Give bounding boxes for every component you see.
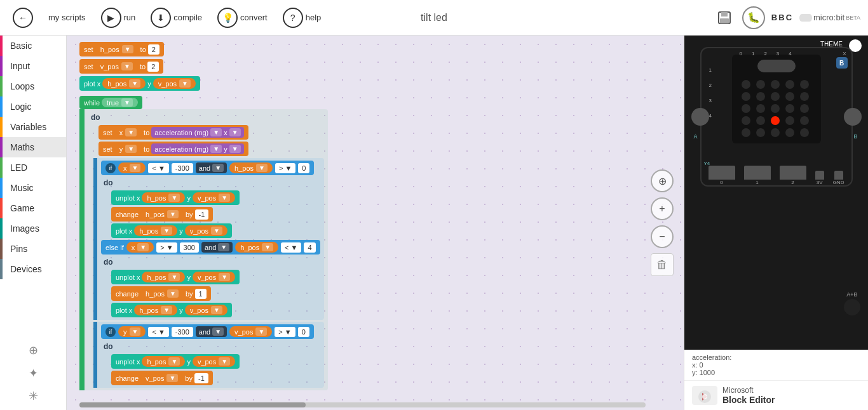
bug-button[interactable]: 🐛 [742, 6, 765, 29]
while-body: do set x ▼ to acceleration (mg) ▼ x ▼ [79, 109, 328, 390]
led-lit [771, 116, 780, 125]
compile-button[interactable]: ⬇ compile [146, 5, 207, 30]
microbit-face [757, 60, 796, 72]
block-unplot-3[interactable]: unplot x h_pos ▼ y v_pos ▼ [111, 354, 320, 369]
block-plot-2[interactable]: plot x h_pos ▼ y v_pos ▼ [111, 303, 320, 317]
block-editor-label: Block Editor [722, 395, 775, 405]
right-panel: THEME [684, 36, 868, 410]
sidebar-icon-plus[interactable]: ✦ [24, 364, 42, 382]
sidebar-item-logic[interactable]: Logic [0, 96, 66, 117]
sidebar-item-basic[interactable]: Basic [0, 36, 66, 56]
sidebar-item-loops[interactable]: Loops [0, 76, 66, 96]
my-scripts-button[interactable]: my scripts [43, 10, 91, 25]
save-button[interactable] [713, 6, 736, 29]
compile-icon: ⬇ [151, 8, 171, 28]
convert-button[interactable]: 💡 convert [212, 5, 273, 30]
ms-label: Microsoft [722, 386, 775, 395]
microbit-board: 01234 1234 Y4 A B X [700, 47, 853, 187]
sidebar-item-led[interactable]: LED [0, 157, 66, 178]
block-unplot-1[interactable]: unplot x h_pos ▼ y v_pos ▼ [111, 190, 320, 205]
help-label: help [306, 13, 322, 22]
help-button[interactable]: ? help [278, 5, 327, 30]
svg-rect-2 [720, 18, 729, 23]
else-if-condition[interactable]: else if x ▼ > ▼ 300 and ▼ h_pos ▼ < ▼ 4 [101, 240, 320, 255]
canvas-controls: ⊕ + − 🗑 [651, 169, 674, 276]
microbit-btn-b[interactable] [844, 108, 862, 126]
topbar-right: 🐛 BBC micro:bitBETA [713, 6, 860, 29]
sidebar-item-music[interactable]: Music [0, 178, 66, 198]
save-icon [717, 10, 732, 25]
microbit-btn-a[interactable] [691, 108, 709, 126]
do-label-1: do [88, 112, 324, 123]
plot-initial-block[interactable]: plot x h_pos ▼ y v_pos ▼ [79, 76, 200, 91]
block-while[interactable]: while true ▼ [79, 96, 328, 109]
run-icon: ▶ [101, 8, 121, 28]
sidebar-icon-target[interactable]: ⊕ [24, 341, 42, 359]
ms-block-editor: Microsoft Block Editor [684, 380, 868, 410]
canvas-hscroll-thumb[interactable] [79, 402, 306, 407]
back-icon: ← [13, 8, 33, 28]
while-keyword[interactable]: while true ▼ [79, 96, 142, 109]
if-condition-1[interactable]: if x ▼ < ▼ -300 and ▼ h_pos ▼ > ▼ 0 [101, 161, 320, 175]
ab-button[interactable] [844, 299, 860, 315]
if-block-2: if y ▼ < ▼ -300 and ▼ v_pos ▼ > ▼ 0 [93, 322, 324, 388]
run-label: run [124, 13, 136, 22]
block-change-hpos-neg1[interactable]: change h_pos ▼ by -1 [111, 207, 320, 222]
accel-x: x: 0 [692, 361, 860, 369]
block-change-hpos-pos1[interactable]: change h_pos ▼ by 1 [111, 286, 320, 301]
zoom-out-button[interactable]: − [651, 225, 674, 248]
compile-label: compile [173, 13, 202, 22]
block-set-x[interactable]: set x ▼ to acceleration (mg) ▼ x ▼ [98, 125, 324, 140]
page-title: tilt led [421, 12, 447, 23]
block-set-y[interactable]: set y ▼ to acceleration (mg) ▼ y ▼ [98, 142, 324, 156]
crosshair-button[interactable]: ⊕ [651, 169, 674, 192]
b-indicator: B [836, 57, 848, 69]
help-icon: ? [283, 8, 303, 28]
block-change-vpos[interactable]: change v_pos ▼ by -1 [111, 371, 320, 385]
convert-label: convert [240, 13, 268, 22]
block-set-vpos[interactable]: set v_pos ▼ to 2 [79, 59, 328, 74]
accel-y: y: 1000 [692, 369, 860, 376]
block-plot-initial[interactable]: plot x h_pos ▼ y v_pos ▼ [79, 76, 328, 91]
block-set-hpos[interactable]: set h_pos ▼ to 2 [79, 42, 328, 56]
zoom-in-button[interactable]: + [651, 197, 674, 220]
btn-b-label: B [853, 133, 857, 140]
accel-info: acceleration: x: 0 y: 1000 [684, 350, 868, 380]
sidebar-item-pins[interactable]: Pins [0, 239, 66, 259]
led-grid [742, 80, 811, 137]
if-condition-2[interactable]: if y ▼ < ▼ -300 and ▼ v_pos ▼ > ▼ 0 [101, 324, 320, 339]
microbit-logo: micro:bitBETA [799, 13, 860, 22]
sidebar-item-input[interactable]: Input [0, 56, 66, 76]
topbar: ← my scripts ▶ run ⬇ compile 💡 convert ?… [0, 0, 868, 36]
set-hpos-block[interactable]: set h_pos ▼ to 2 [79, 42, 164, 56]
sidebar-item-devices[interactable]: Devices [0, 259, 66, 279]
block-plot-1[interactable]: plot x h_pos ▼ y v_pos ▼ [111, 223, 320, 238]
sidebar-item-game[interactable]: Game [0, 198, 66, 218]
svg-rect-5 [802, 14, 810, 22]
canvas-area[interactable]: set h_pos ▼ to 2 set v_pos ▼ to 2 plot [67, 36, 684, 410]
microbit-screen [732, 55, 821, 143]
pin-row: 0 1 2 3V GND [702, 166, 851, 185]
sidebar-item-variables[interactable]: Variables [0, 117, 66, 137]
sidebar-item-maths[interactable]: Maths [0, 137, 66, 157]
ab-label: A+B [846, 291, 857, 298]
set-vpos-block[interactable]: set v_pos ▼ to 2 [79, 59, 163, 74]
accel-label: acceleration: [692, 354, 860, 361]
run-button[interactable]: ▶ run [96, 5, 141, 30]
canvas-hscroll[interactable] [79, 402, 646, 407]
back-button[interactable]: ← [8, 5, 38, 30]
row-labels: 1234 [709, 67, 712, 119]
ms-logo [692, 386, 717, 405]
trash-button[interactable]: 🗑 [651, 253, 674, 276]
col-labels: 01234 [740, 51, 792, 56]
sidebar-icons: ⊕ ✦ ✳ [0, 336, 66, 410]
sidebar-icon-asterisk[interactable]: ✳ [24, 387, 42, 405]
ab-section: A+B [844, 291, 860, 315]
if-block-1: if x ▼ < ▼ -300 and ▼ h_pos ▼ > ▼ 0 [93, 158, 324, 320]
block-unplot-2[interactable]: unplot x h_pos ▼ y v_pos ▼ [111, 270, 320, 284]
sidebar-item-images[interactable]: Images [0, 218, 66, 239]
sidebar: Basic Input Loops Logic Variables Maths … [0, 36, 67, 410]
bbc-logo: BBC [771, 13, 793, 22]
main-area: Basic Input Loops Logic Variables Maths … [0, 36, 868, 410]
svg-rect-1 [721, 12, 728, 17]
